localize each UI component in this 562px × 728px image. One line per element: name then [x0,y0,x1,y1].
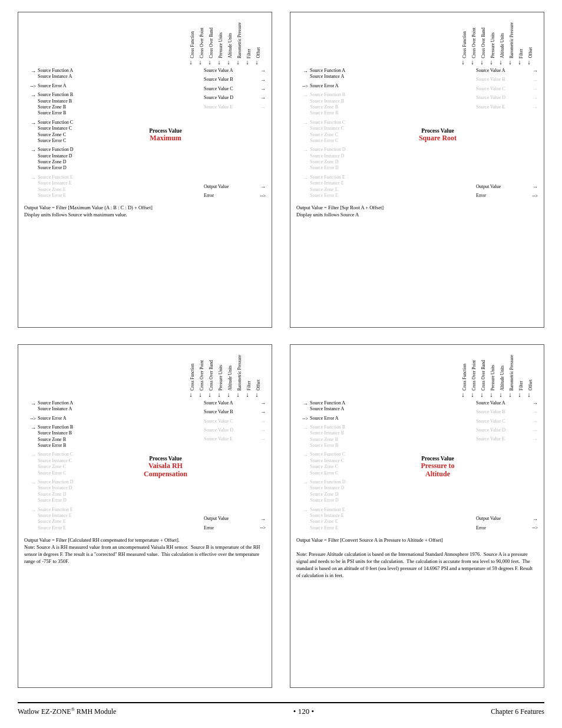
v-sf-e: Source Function E [38,507,73,513]
p-ov: Output Value → [476,516,538,522]
v-se-d: Source Error D [38,498,73,503]
sqr-sf-e: Source Function E [310,174,345,180]
v-si-c: Source Instance C [38,458,73,464]
output-label-b: Source Value B [204,77,259,83]
output-arrow-b: → [260,77,266,83]
sqr-oa: Source Value A → [476,68,538,74]
sqr-se-e: Source Error E [310,193,345,199]
v-si-b: Source Instance B [38,430,73,436]
p-iarr-d: → [296,479,308,486]
footer-page-number: • 120 • [293,707,314,716]
col-label-cross-over-point: Cross Over Point [196,28,204,58]
p-olc: Source Value C [476,419,531,424]
v-iarr-a: → [24,400,36,407]
sqr-ilbls-a: Source Function A Source Instance A [310,68,345,80]
p-iarr-a: → [296,400,308,407]
p-iarr-c: → [296,452,308,458]
output-bottom-p: Output Value → Error --> [476,516,538,534]
sqr-si-b: Source Instance B [310,98,345,104]
p-ovl: Output Value [476,516,531,522]
col-label-cross-over-band: Cross Over Band [206,28,214,58]
v-si-a: Source Instance A [38,406,73,412]
col-label-cob-p: Cross Over Band [478,360,486,391]
diag-inner-vaisala: Cross Function Cross Over Point Cross Ov… [24,350,266,534]
col-label-pu-v: Pressure Units [215,365,223,391]
diagram-sqr: Cross Function Cross Over Point Cross Ov… [290,12,544,328]
pv-block-max: Process Value Maximum [149,128,182,142]
p-sz-d: Source Zone D [310,492,345,498]
input-group-d: → Source Function D Source Instance D So… [24,147,127,172]
p-se-e: Source Error E [310,525,345,531]
sqr-ilbls-b: Source Function B Source Instance B Sour… [310,92,345,117]
v-ov: Output Value → [204,516,266,522]
v-si-d: Source Instance D [38,485,73,491]
diag-right-sqr: Source Value A → Source Value B → Source… [476,68,538,202]
da7-v: ↓ [243,391,252,398]
p-sf-b: Source Function B [310,424,345,430]
source-function-d: Source Function D [38,147,73,153]
pv-title-max: Process Value [149,128,182,134]
p-sz-b: Source Zone B [310,437,345,443]
output-e: Source Value E → [204,104,266,110]
p-si-b: Source Instance B [310,430,345,436]
col-label-o-sqr: Offset [525,47,533,58]
v-iarr-ea: --> [24,416,36,421]
sqr-olb: Source Value B [476,77,531,83]
p-ilbls-b: Source Function B Source Instance B Sour… [310,424,345,449]
v-od: Source Value D → [204,427,266,433]
col-label-bp-sqr: Barometric Pressure [506,22,514,58]
v-sz-e: Source Zone E [38,519,73,525]
sqr-input-a: → Source Function A Source Instance A [296,68,399,80]
p-oera: --> [532,525,538,531]
p-ola: Source Value A [476,400,531,406]
col-label-f-sqr: Filter [515,49,524,58]
output-error: Error --> [204,193,266,199]
v-sz-d: Source Zone D [38,492,73,498]
input-arrow-c: → [24,120,36,126]
input-group-c: → Source Function C Source Instance C So… [24,120,127,144]
sqr-sz-b: Source Zone B [310,104,345,110]
output-value-label: Output Value [204,184,259,190]
p-ob: Source Value B → [476,409,538,415]
sqr-sf-a: Source Function A [310,68,345,74]
col-label-cob-sqr: Cross Over Band [478,28,486,58]
col-label-cf-sqr: Cross Function [459,31,467,58]
source-instance-a: Source Instance A [38,74,73,80]
caption-max: Output Value = Filter [Maximum Value (A … [24,205,266,219]
down-arrow-5: ↓ [224,58,233,65]
pv-title-sqr: Process Value [419,128,457,134]
p-se-c: Source Error C [310,470,345,476]
p-se-a: Source Error A [310,416,338,421]
diagram-vaisala: Cross Function Cross Over Point Cross Ov… [18,344,272,688]
source-instance-b: Source Instance B [38,98,73,104]
sqr-olc: Source Value C [476,86,531,92]
col-label-pu-sqr: Pressure Units [487,32,495,58]
sqr-sf-d: Source Function D [310,147,345,153]
da1-p: ↓ [459,391,467,398]
v-oae: → [260,436,266,442]
v-iarr-b: → [24,424,36,431]
source-function-b: Source Function B [38,92,73,98]
input-group-a: → Source Function A Source Instance A [24,68,127,80]
p-sf-a: Source Function A [310,400,345,406]
sqr-ov: Output Value → [476,184,538,190]
col-label-cf-v: Cross Function [187,364,195,391]
col-label-pu-p: Pressure Units [487,365,495,391]
da4-sqr: ↓ [487,58,495,65]
col-label-cop-v: Cross Over Point [196,360,204,391]
down-arrow-6: ↓ [234,58,242,65]
output-bottom-sqr: Output Value → Error --> [476,184,538,202]
source-error-e: Source Error E [38,193,73,199]
sqr-input-c: → Source Function C Source Instance C So… [296,120,399,144]
p-se-b: Source Error B [310,443,345,449]
sqr-si-d: Source Instance D [310,153,345,159]
v-olc: Source Value C [204,419,259,424]
col-label-f-v: Filter [243,381,252,390]
da6-sqr: ↓ [506,58,514,65]
source-instance-c: Source Instance C [38,126,73,131]
output-label-d: Source Value D [204,95,259,101]
down-arrow-2: ↓ [196,58,204,65]
v-oc: Source Value C → [204,419,266,424]
da8-v: ↓ [253,391,261,398]
sqr-ilbls-ea: Source Error A [310,83,338,89]
